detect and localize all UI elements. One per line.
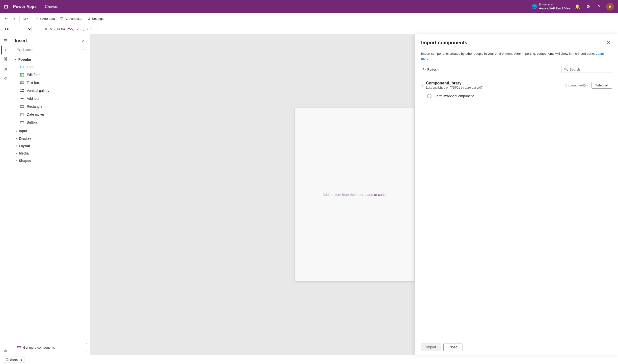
formula-content[interactable]: RGBA(255, 255, 255, 1) — [57, 27, 100, 31]
insert-item-vertical-gallery[interactable]: Vertical gallery — [13, 87, 88, 95]
svg-rect-14 — [20, 105, 24, 107]
shapes-section-header[interactable]: › Shapes — [13, 157, 88, 164]
library-chevron-icon[interactable]: ∨ — [421, 83, 424, 87]
import-search-box[interactable]: 🔍 — [561, 66, 612, 73]
insert-item-add-icon[interactable]: Add icon — [13, 95, 88, 103]
property-selector[interactable]: Fill — [2, 26, 42, 32]
import-toolbar: ↻ Refresh 🔍 — [415, 64, 618, 76]
app-title: Power Apps — [13, 4, 37, 9]
import-button[interactable]: Import — [421, 343, 441, 351]
import-dialog: Import components ✕ Import components cr… — [415, 34, 618, 355]
get-more-icon — [17, 345, 21, 350]
undo-button[interactable]: ↩ — [3, 16, 10, 22]
svg-rect-20 — [17, 346, 20, 348]
topbar: ⊞ Power Apps Canvas 🌐 Environment Aurora… — [0, 0, 618, 13]
media-section-label: Media — [19, 151, 29, 155]
app-checker-button[interactable]: 🛡 App checker — [58, 16, 84, 22]
rectangle-icon — [20, 104, 24, 109]
screen1-tab[interactable]: ☐ Screen1 — [3, 357, 25, 363]
environment-info[interactable]: 🌐 Environment AuroraBAP Env174ee — [532, 3, 570, 10]
toolbar-sep-1 — [19, 16, 20, 22]
refresh-icon: ↻ — [423, 68, 426, 71]
button-icon — [20, 120, 24, 125]
insert-section-popular: ▾ Popular Label Edit form — [13, 56, 88, 126]
close-button[interactable]: Close — [443, 343, 463, 351]
insert-list: ▾ Popular Label Edit form — [11, 56, 90, 341]
popular-chevron-icon: ▾ — [15, 58, 16, 61]
refresh-label: Refresh — [427, 68, 439, 71]
waffle-icon[interactable]: ⊞ — [4, 4, 8, 10]
equals-sign: = — [44, 27, 48, 31]
nav-icon-insert[interactable]: + — [1, 46, 10, 54]
insert-item-edit-form[interactable]: Edit form — [13, 71, 88, 79]
form-wrapper-radio[interactable] — [427, 94, 431, 98]
nav-icon-menu[interactable]: ☰ — [1, 36, 10, 45]
insert-item-rectangle[interactable]: Rectangle — [13, 103, 88, 110]
insert-close-button[interactable]: ✕ — [80, 38, 86, 44]
nav-icon-variables[interactable]: ⊕ — [1, 346, 10, 355]
notification-icon[interactable]: 🔔 — [573, 3, 581, 11]
import-search-input[interactable] — [570, 68, 609, 71]
import-title: Import components — [421, 40, 467, 46]
fx-indicator: fx ∨ — [50, 27, 55, 31]
insert-search-row: 🔍 ⋯ — [11, 46, 90, 56]
layout-section-label: Layout — [19, 144, 30, 148]
display-section-header[interactable]: › Display — [13, 135, 88, 142]
display-chevron-icon: › — [16, 137, 17, 140]
refresh-button[interactable]: ↻ Refresh — [421, 67, 441, 72]
library-section: ∨ ComponentLibrary Last published on 7/1… — [421, 79, 612, 101]
library-header-right: 1 component(s) Select all — [565, 82, 612, 89]
date-picker-icon — [20, 112, 24, 117]
copy-paste-button[interactable]: ⧉ ▾ — [22, 16, 30, 22]
import-header: Import components ✕ — [415, 34, 618, 48]
settings-button[interactable]: ⚙ Settings — [85, 16, 106, 22]
shapes-chevron-icon: › — [16, 159, 17, 162]
get-more-components-button[interactable]: Get more components — [14, 343, 87, 352]
insert-item-date-picker[interactable]: Date picker — [13, 110, 88, 118]
input-section-header[interactable]: › Input — [13, 127, 88, 135]
library-header-left: ∨ ComponentLibrary Last published on 7/1… — [421, 81, 484, 89]
layout-chevron-icon: › — [16, 144, 17, 148]
nav-icon-data[interactable]: 🗄 — [1, 55, 10, 64]
insert-panel: Insert ✕ 🔍 ⋯ ▾ Popular Label — [11, 34, 90, 355]
display-section-label: Display — [19, 136, 31, 140]
popular-section-header[interactable]: ▾ Popular — [13, 56, 88, 63]
more-button[interactable]: … — [107, 16, 114, 22]
avatar[interactable]: A — [606, 3, 614, 11]
media-section-header[interactable]: › Media — [13, 150, 88, 157]
select-all-button[interactable]: Select all — [591, 82, 612, 89]
insert-item-button[interactable]: Button — [13, 118, 88, 126]
settings-icon[interactable]: ⚙ — [584, 3, 592, 11]
svg-rect-15 — [20, 113, 24, 116]
vertical-gallery-icon — [20, 88, 24, 93]
nav-icon-components[interactable]: ⊞ — [1, 64, 10, 73]
text-box-text: Text box — [27, 81, 40, 85]
search-options-icon[interactable]: ⋯ — [83, 47, 87, 52]
svg-rect-8 — [20, 89, 22, 90]
property-dropdown[interactable]: Fill — [2, 26, 32, 32]
insert-search-box[interactable]: 🔍 — [14, 46, 81, 53]
svg-rect-10 — [20, 91, 22, 92]
screen-checkbox-icon[interactable]: ☐ — [6, 358, 9, 362]
toolbar: ↩ ↪ ⧉ ▾ + + Add data 🛡 App checker ⚙ Set… — [0, 13, 618, 24]
nav-icon-flows[interactable]: ⟲ — [1, 74, 10, 83]
help-icon[interactable]: ? — [595, 3, 603, 11]
button-text: Button — [27, 120, 37, 124]
bottombar: ☐ Screen1 — [0, 355, 618, 364]
redo-button[interactable]: ↪ — [11, 16, 17, 22]
insert-item-text-box[interactable]: T Text box — [13, 79, 88, 87]
svg-text:T: T — [21, 82, 22, 84]
import-content: ∨ ComponentLibrary Last published on 7/1… — [415, 76, 618, 339]
popular-section-label: Popular — [18, 57, 31, 61]
layout-section-header[interactable]: › Layout — [13, 142, 88, 150]
label-item-text: Label — [27, 65, 35, 69]
add-data-button[interactable]: + + Add data — [34, 16, 57, 22]
text-box-icon: T — [20, 80, 24, 85]
insert-item-label[interactable]: Label — [13, 63, 88, 71]
app-subtitle: Canvas — [45, 4, 58, 9]
media-chevron-icon: › — [16, 152, 17, 155]
canvas-connect-link[interactable]: or conn — [374, 193, 386, 197]
search-input[interactable] — [22, 48, 78, 52]
import-search-icon: 🔍 — [564, 67, 568, 71]
import-close-button[interactable]: ✕ — [605, 39, 612, 46]
